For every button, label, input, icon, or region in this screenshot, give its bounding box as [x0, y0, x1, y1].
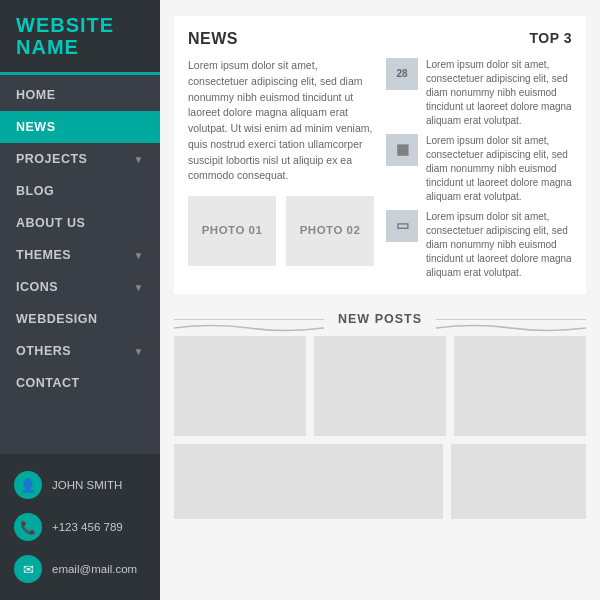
sidebar-footer: 👤 JOHN SMITH 📞 +123 456 789 ✉ email@mail…	[0, 454, 160, 600]
footer-email[interactable]: ✉ email@mail.com	[0, 548, 160, 590]
sidebar-item-about-us[interactable]: ABOUT US	[0, 207, 160, 239]
sidebar-item-icons[interactable]: ICONS ▼	[0, 271, 160, 303]
photo-row: PHOTO 01 PHOTO 02	[188, 196, 374, 266]
news-section: NEWS TOP 3 Lorem ipsum dolor sit amet, c…	[174, 16, 586, 294]
user-icon: 👤	[14, 471, 42, 499]
photo-02[interactable]: PHOTO 02	[286, 196, 374, 266]
top3-list: 28 Lorem ipsum dolor sit amet, consectet…	[386, 58, 572, 280]
posts-grid-bottom	[174, 444, 586, 519]
nav-menu: HOME NEWS PROJECTS ▼ BLOG ABOUT US THEME…	[0, 75, 160, 454]
sidebar-item-projects[interactable]: PROJECTS ▼	[0, 143, 160, 175]
post-thumb-1[interactable]	[174, 336, 306, 436]
logo-area: WEBSITE NAME	[0, 0, 160, 75]
news-title: NEWS	[188, 30, 238, 48]
divider-right	[436, 319, 586, 320]
main-content: NEWS TOP 3 Lorem ipsum dolor sit amet, c…	[160, 0, 600, 600]
divider-left	[174, 319, 324, 320]
tablet-icon: ▭	[386, 210, 418, 242]
top3-item-1: 28 Lorem ipsum dolor sit amet, consectet…	[386, 58, 572, 128]
post-thumb-2[interactable]	[314, 336, 446, 436]
top3-title: TOP 3	[530, 30, 572, 46]
top3-item-2: ▦ Lorem ipsum dolor sit amet, consectetu…	[386, 134, 572, 204]
sidebar: WEBSITE NAME HOME NEWS PROJECTS ▼ BLOG A…	[0, 0, 160, 600]
sidebar-item-contact[interactable]: CONTACT	[0, 367, 160, 399]
posts-grid-top	[174, 336, 586, 436]
chevron-down-icon: ▼	[134, 154, 144, 165]
chevron-down-icon: ▼	[134, 250, 144, 261]
sidebar-item-news[interactable]: NEWS	[0, 111, 160, 143]
footer-phone[interactable]: 📞 +123 456 789	[0, 506, 160, 548]
phone-icon: 📞	[14, 513, 42, 541]
chevron-down-icon: ▼	[134, 346, 144, 357]
news-body-text: Lorem ipsum dolor sit amet, consectetuer…	[188, 58, 374, 280]
logo-text: WEBSITE NAME	[16, 14, 144, 58]
calendar-icon: 28	[386, 58, 418, 90]
post-thumb-5[interactable]	[451, 444, 586, 519]
news-header: NEWS TOP 3	[188, 30, 572, 48]
chevron-down-icon: ▼	[134, 282, 144, 293]
photo-01[interactable]: PHOTO 01	[188, 196, 276, 266]
new-posts-title: NEW POSTS	[324, 312, 436, 326]
new-posts-header: NEW POSTS	[174, 312, 586, 326]
post-thumb-3[interactable]	[454, 336, 586, 436]
footer-user: 👤 JOHN SMITH	[0, 464, 160, 506]
new-posts-section: NEW POSTS	[174, 308, 586, 523]
chart-icon: ▦	[386, 134, 418, 166]
email-icon: ✉	[14, 555, 42, 583]
sidebar-item-others[interactable]: OTHERS ▼	[0, 335, 160, 367]
post-thumb-4[interactable]	[174, 444, 443, 519]
news-body: Lorem ipsum dolor sit amet, consectetuer…	[188, 58, 572, 280]
sidebar-item-home[interactable]: HOME	[0, 79, 160, 111]
sidebar-item-blog[interactable]: BLOG	[0, 175, 160, 207]
sidebar-item-webdesign[interactable]: WEBDESIGN	[0, 303, 160, 335]
sidebar-item-themes[interactable]: THEMES ▼	[0, 239, 160, 271]
top3-item-3: ▭ Lorem ipsum dolor sit amet, consectetu…	[386, 210, 572, 280]
